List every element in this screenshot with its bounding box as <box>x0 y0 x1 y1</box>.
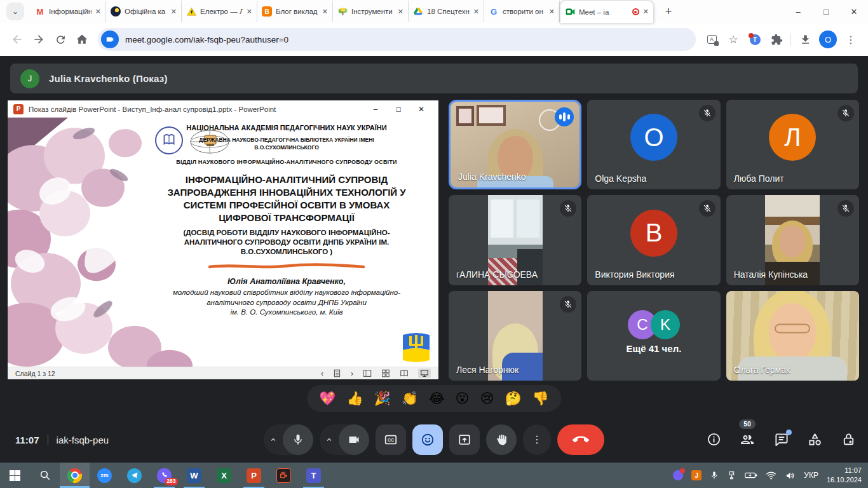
window-close-button[interactable]: ✕ <box>840 0 868 23</box>
participant-tile-olga-kepsha[interactable]: O Olga Kepsha <box>587 100 720 189</box>
tab-official[interactable]: Офіційна ка ✕ <box>106 1 182 22</box>
camera-in-use-icon[interactable] <box>101 30 119 48</box>
ppt-maximize-button[interactable]: □ <box>387 105 410 114</box>
ppt-close-button[interactable]: ✕ <box>410 105 433 114</box>
mic-button[interactable] <box>283 424 313 455</box>
tab-close-icon[interactable]: ✕ <box>247 8 252 16</box>
tab-close-icon[interactable]: ✕ <box>322 8 328 16</box>
raise-hand-button[interactable] <box>486 424 517 455</box>
extensions-puzzle-icon[interactable] <box>766 29 787 50</box>
activities-button[interactable] <box>806 431 823 448</box>
start-button[interactable] <box>0 463 30 488</box>
reaction-heart-button[interactable]: 💖 <box>319 391 336 406</box>
window-maximize-button[interactable]: □ <box>812 0 840 23</box>
back-button[interactable] <box>6 29 28 50</box>
bookmark-star-icon[interactable]: ☆ <box>722 29 744 50</box>
tab-electro[interactable]: Електро — Л ✕ <box>182 1 257 22</box>
mic-split-button[interactable] <box>264 424 313 455</box>
taskbar-telegram-button[interactable] <box>119 463 149 488</box>
reactions-button-active[interactable] <box>412 424 443 455</box>
reload-button[interactable] <box>50 29 71 50</box>
participant-tile-lyuba-polyt[interactable]: Л Люба Полит <box>726 100 859 189</box>
url-bar[interactable]: meet.google.com/iak-fsqb-peu?authuser=0 <box>98 28 696 51</box>
tray-usb-icon[interactable] <box>727 470 736 480</box>
reading-view-icon[interactable] <box>400 369 409 377</box>
new-tab-button[interactable]: + <box>659 2 678 21</box>
tab-create[interactable]: G створити он ✕ <box>484 1 560 22</box>
taskbar-video-editor-button[interactable] <box>269 463 299 488</box>
window-minimize-button[interactable]: – <box>784 0 812 23</box>
tray-clock[interactable]: 11:07 16.10.2024 <box>827 466 862 485</box>
taskbar-powerpoint-button[interactable]: P <box>239 463 269 488</box>
chat-button[interactable] <box>773 431 789 448</box>
reaction-surprised-button[interactable]: 😮 <box>456 391 470 406</box>
reaction-clap-button[interactable]: 👏 <box>402 391 418 406</box>
taskbar-word-button[interactable]: W <box>179 463 209 488</box>
tray-language[interactable]: УКР <box>804 471 818 480</box>
tray-java-icon[interactable]: J <box>691 470 702 480</box>
participant-tile-olga-hermak[interactable]: Ольга Гермак <box>726 291 859 381</box>
tab-close-icon[interactable]: ✕ <box>171 8 177 16</box>
present-screen-button[interactable] <box>449 424 480 455</box>
next-slide-button[interactable]: › <box>351 369 353 378</box>
more-options-kebab-button[interactable]: ⋮ <box>523 424 551 455</box>
tray-wifi-icon[interactable] <box>766 471 776 480</box>
notes-icon[interactable] <box>333 369 341 377</box>
tray-volume-icon[interactable] <box>785 471 796 480</box>
downloads-icon[interactable] <box>794 29 816 50</box>
camera-button[interactable] <box>339 424 369 455</box>
reaction-thinking-button[interactable]: 🤔 <box>505 391 521 406</box>
translator-extension-icon[interactable]: T <box>744 29 766 50</box>
taskbar-zoom-button[interactable]: zm <box>90 463 119 488</box>
tab-tools[interactable]: Інструменти ✕ <box>333 1 409 22</box>
people-button[interactable]: 50 <box>739 431 756 448</box>
tab-close-icon[interactable]: ✕ <box>643 8 649 16</box>
browser-menu-kebab[interactable]: ⋮ <box>840 29 862 50</box>
slideshow-view-icon[interactable] <box>418 369 431 378</box>
tray-microphone-icon[interactable] <box>710 470 719 480</box>
tab-blog[interactable]: B Блог виклад ✕ <box>257 1 333 22</box>
camera-split-button[interactable] <box>320 424 369 455</box>
participant-tile-lesia-nahorniuk[interactable]: Леся Нагорнюк <box>449 291 581 381</box>
participant-tile-viktoria[interactable]: В Виктория Виктория <box>587 195 720 285</box>
reaction-cry-button[interactable]: 😢 <box>480 391 494 406</box>
taskbar-teams-button[interactable]: T <box>299 463 329 488</box>
participant-tile-galina-sysoeva[interactable]: гАЛИНА СЫСОЕВА <box>449 195 581 285</box>
participant-tile-natalia-kupinska[interactable]: Наталія Купінська <box>726 195 859 285</box>
tab-meet-active[interactable]: Meet – ia ✕ <box>560 0 654 23</box>
mic-options-chevron-icon[interactable] <box>264 424 283 455</box>
host-controls-button[interactable] <box>840 431 857 448</box>
previous-slide-button[interactable]: ‹ <box>321 369 323 378</box>
tab-close-icon[interactable]: ✕ <box>549 8 555 16</box>
overflow-participants-tile[interactable]: C K Ещё 41 чел. <box>587 291 720 381</box>
reaction-thumbs-down-button[interactable]: 👎 <box>532 391 549 406</box>
tab-close-icon[interactable]: ✕ <box>473 8 479 16</box>
normal-view-icon[interactable] <box>363 369 372 377</box>
participant-tile-julia-kravchenko[interactable]: Julia Kravchenko <box>449 100 581 189</box>
meeting-details-button[interactable] <box>705 431 722 448</box>
tray-viber-icon[interactable] <box>673 470 683 480</box>
tab-gmail[interactable]: M Інформаційн ✕ <box>31 1 106 22</box>
end-call-button[interactable] <box>557 424 604 455</box>
translate-icon[interactable]: A <box>701 29 722 50</box>
tab-search-button[interactable]: ⌄ <box>6 3 24 20</box>
taskbar-viber-button[interactable]: 283 <box>149 463 179 488</box>
captions-button[interactable]: CC <box>376 424 406 455</box>
tab-close-icon[interactable]: ✕ <box>95 8 101 16</box>
taskbar-search-button[interactable] <box>30 463 60 488</box>
profile-avatar[interactable]: O <box>819 30 837 48</box>
tab-close-icon[interactable]: ✕ <box>398 8 403 16</box>
reaction-party-button[interactable]: 🎉 <box>374 391 391 406</box>
forward-button[interactable] <box>28 29 50 50</box>
camera-options-chevron-icon[interactable] <box>320 424 339 455</box>
slide-sorter-view-icon[interactable] <box>381 369 390 377</box>
reaction-thumbs-up-button[interactable]: 👍 <box>346 391 363 406</box>
tray-battery-icon[interactable] <box>745 471 757 480</box>
tab-spectech[interactable]: 18 Спецтехн ✕ <box>409 1 484 22</box>
ppt-minimize-button[interactable]: – <box>364 105 387 114</box>
presentation-window[interactable]: P Показ слайдів PowerPoint - Виступ_Інф-… <box>8 100 438 379</box>
taskbar-excel-button[interactable]: X <box>209 463 239 488</box>
reaction-laugh-button[interactable]: 😂 <box>429 391 445 406</box>
home-button[interactable] <box>71 29 93 50</box>
taskbar-chrome-button[interactable] <box>60 463 90 488</box>
